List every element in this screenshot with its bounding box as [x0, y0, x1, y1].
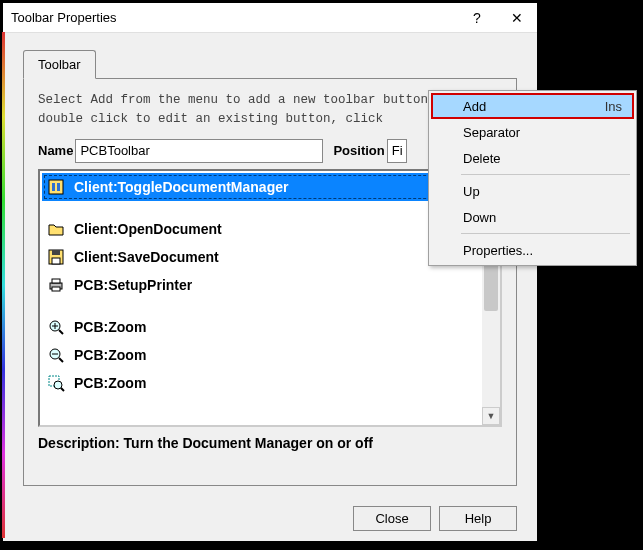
- list-item-label: PCB:Zoom: [74, 319, 146, 335]
- menu-divider: [461, 174, 630, 175]
- help-button[interactable]: ?: [457, 3, 497, 33]
- dialog-title: Toolbar Properties: [11, 10, 457, 25]
- menu-shortcut: Ins: [605, 99, 622, 114]
- list-item-label: PCB:Zoom: [74, 347, 146, 363]
- toolbar-properties-dialog: Toolbar Properties ? ✕ Toolbar Select Ad…: [2, 2, 538, 542]
- svg-rect-8: [52, 287, 60, 291]
- svg-rect-0: [49, 180, 63, 194]
- close-button[interactable]: Close: [353, 506, 431, 531]
- open-folder-icon: [46, 219, 66, 239]
- list-item-label: PCB:SetupPrinter: [74, 277, 192, 293]
- printer-icon: [46, 275, 66, 295]
- menu-item-label: Separator: [463, 125, 520, 140]
- menu-item-label: Down: [463, 210, 496, 225]
- list-item[interactable]: PCB:Zoom: [42, 369, 498, 397]
- svg-rect-2: [57, 183, 60, 191]
- tab-strip: Toolbar: [23, 50, 517, 79]
- description-line: Description: Turn the Document Manager o…: [38, 435, 502, 451]
- titlebar: Toolbar Properties ? ✕: [3, 3, 537, 33]
- list-item-label: Client:OpenDocument: [74, 221, 222, 237]
- context-menu: Add Ins Separator Delete Up Down Propert…: [428, 90, 637, 266]
- save-disk-icon: [46, 247, 66, 267]
- menu-item-delete[interactable]: Delete: [431, 145, 634, 171]
- menu-divider: [461, 233, 630, 234]
- menu-item-label: Properties...: [463, 243, 533, 258]
- menu-item-label: Delete: [463, 151, 501, 166]
- close-window-button[interactable]: ✕: [497, 3, 537, 33]
- menu-item-label: Up: [463, 184, 480, 199]
- svg-point-17: [54, 381, 62, 389]
- menu-item-add[interactable]: Add Ins: [431, 93, 634, 119]
- svg-rect-1: [52, 183, 55, 191]
- menu-item-separator[interactable]: Separator: [431, 119, 634, 145]
- help-button[interactable]: Help: [439, 506, 517, 531]
- list-item-label: Client:ToggleDocumentManager: [74, 179, 288, 195]
- toggle-doc-icon: [46, 177, 66, 197]
- tab-toolbar[interactable]: Toolbar: [23, 50, 96, 79]
- list-item[interactable]: PCB:Zoom: [42, 313, 498, 341]
- position-input[interactable]: [387, 139, 407, 163]
- svg-rect-5: [52, 258, 60, 264]
- name-input[interactable]: [75, 139, 323, 163]
- list-item-label: Client:SaveDocument: [74, 249, 219, 265]
- name-label: Name: [38, 143, 73, 158]
- position-label: Position: [333, 143, 384, 158]
- svg-line-12: [59, 330, 63, 334]
- scroll-down-arrow[interactable]: ▼: [482, 407, 500, 425]
- list-item[interactable]: PCB:Zoom: [42, 341, 498, 369]
- description-label: Description:: [38, 435, 120, 451]
- svg-rect-4: [52, 250, 60, 255]
- dialog-button-row: Close Help: [3, 496, 537, 531]
- list-item-label: PCB:Zoom: [74, 375, 146, 391]
- zoom-out-icon: [46, 345, 66, 365]
- menu-item-properties[interactable]: Properties...: [431, 237, 634, 263]
- svg-line-18: [61, 388, 64, 391]
- svg-rect-7: [52, 279, 60, 283]
- zoom-area-icon: [46, 373, 66, 393]
- svg-line-15: [59, 358, 63, 362]
- menu-item-down[interactable]: Down: [431, 204, 634, 230]
- zoom-in-icon: [46, 317, 66, 337]
- list-item[interactable]: PCB:SetupPrinter: [42, 271, 498, 299]
- list-separator: [42, 299, 498, 313]
- menu-item-up[interactable]: Up: [431, 178, 634, 204]
- description-text: Turn the Document Manager on or off: [124, 435, 373, 451]
- menu-item-label: Add: [463, 99, 486, 114]
